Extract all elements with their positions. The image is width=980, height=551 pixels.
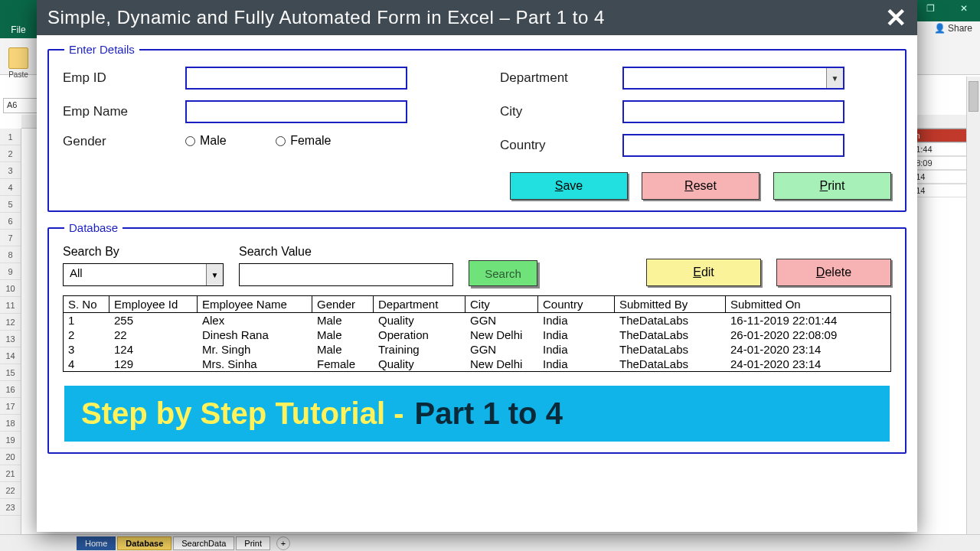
table-header-row: S. No Employee Id Employee Name Gender D… [64, 296, 890, 313]
sheet-tab-bar: Home Database SearchData Print + [0, 534, 980, 551]
print-button[interactable]: Print [773, 172, 891, 200]
database-group: Database Search By All Search Value Sear… [47, 221, 906, 454]
database-legend: Database [64, 221, 122, 234]
emp-name-input[interactable] [185, 100, 407, 123]
sheet-tab-searchdata[interactable]: SearchData [173, 536, 234, 550]
department-label: Department [500, 70, 622, 86]
chevron-down-icon[interactable] [206, 264, 223, 285]
table-row[interactable]: 3124Mr. SinghMaleTrainingGGNIndiaTheData… [64, 342, 890, 357]
reset-button[interactable]: Reset [642, 172, 760, 200]
row-headers: 1234567891011121314151617181920212223 [0, 129, 21, 534]
table-row[interactable]: 222Dinesh RanaMaleOperationNew DelhiIndi… [64, 328, 890, 342]
name-box[interactable]: A6 [3, 98, 40, 113]
table-row[interactable]: 1255AlexMaleQualityGGNIndiaTheDataLabs16… [64, 313, 890, 328]
enter-details-legend: Enter Details [64, 43, 139, 56]
sheet-tab-database[interactable]: Database [117, 536, 172, 550]
delete-button[interactable]: Delete [776, 259, 891, 286]
country-label: Country [500, 138, 622, 153]
department-combobox[interactable] [622, 67, 844, 90]
userform-dialog: Simple, Dynamic and Fully Automated Form… [37, 0, 917, 532]
city-label: City [500, 104, 622, 119]
search-value-input[interactable] [239, 263, 453, 286]
save-button[interactable]: Save [510, 172, 628, 200]
table-row[interactable]: 4129Mrs. SinhaFemaleQualityNew DelhiIndi… [64, 357, 890, 371]
sheet-tab-home[interactable]: Home [77, 536, 116, 550]
gender-label: Gender [63, 134, 185, 149]
close-icon[interactable]: ✕ [885, 5, 906, 31]
file-tab[interactable]: File [0, 21, 37, 38]
gender-female-radio[interactable]: Female [276, 134, 331, 148]
search-by-value: All [64, 264, 206, 285]
window-restore-icon[interactable]: ❐ [919, 3, 942, 18]
dialog-titlebar: Simple, Dynamic and Fully Automated Form… [37, 0, 917, 35]
vertical-scrollbar[interactable] [966, 77, 980, 534]
banner-text-2: Part 1 to 4 [415, 396, 563, 431]
tutorial-banner: Step by Step Tutorial - Part 1 to 4 [64, 386, 890, 442]
enter-details-group: Enter Details Emp ID Emp Name Gender Mal [47, 43, 906, 212]
search-value-label: Search Value [239, 245, 453, 259]
banner-text-1: Step by Step Tutorial - [81, 396, 404, 431]
search-by-label: Search By [63, 245, 224, 259]
country-input[interactable] [622, 134, 844, 157]
city-input[interactable] [622, 100, 844, 123]
window-close-icon[interactable]: ✕ [952, 3, 975, 18]
records-listbox[interactable]: S. No Employee Id Employee Name Gender D… [63, 295, 891, 372]
paste-label: Paste [8, 70, 28, 79]
chevron-down-icon[interactable] [826, 68, 843, 88]
share-button[interactable]: 👤 Share [934, 23, 972, 34]
emp-id-label: Emp ID [63, 70, 185, 86]
paste-button[interactable]: Paste [3, 47, 34, 79]
search-by-combobox[interactable]: All [63, 263, 224, 286]
search-button[interactable]: Search [469, 260, 537, 286]
add-sheet-button[interactable]: + [276, 536, 290, 550]
edit-button[interactable]: Edit [646, 259, 761, 286]
emp-name-label: Emp Name [63, 104, 185, 119]
gender-male-radio[interactable]: Male [185, 134, 227, 148]
sheet-tab-print[interactable]: Print [236, 536, 270, 550]
dialog-title: Simple, Dynamic and Fully Automated Form… [47, 7, 605, 28]
emp-id-input[interactable] [185, 67, 407, 90]
clipboard-icon [8, 47, 28, 69]
